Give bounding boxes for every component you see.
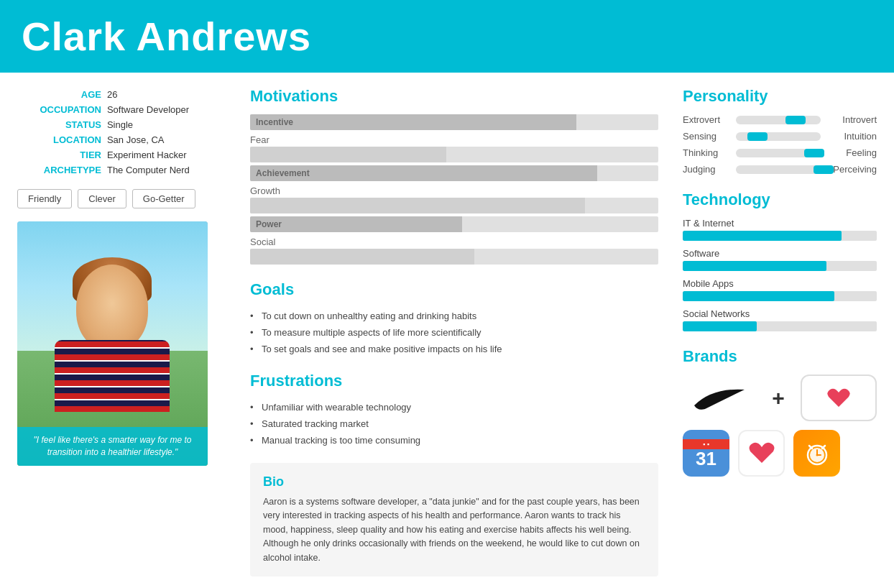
heart-brand-icon [748, 441, 775, 466]
motivations-section: Motivations Incentive Fear Achievement G… [250, 87, 658, 265]
tech-bar-bg [683, 321, 877, 331]
personality-row: Judging Perceiving [683, 164, 877, 175]
motivation-bar-row: Achievement [250, 165, 658, 181]
person-shirt [55, 340, 170, 412]
motivation-bar-label: Incentive [256, 117, 293, 127]
motivation-bar-row: Power [250, 216, 658, 232]
personality-left-label: Judging [683, 164, 732, 175]
tech-label: Software [683, 248, 877, 259]
location-label: LOCATION [17, 132, 104, 147]
brands-top-row: + [683, 375, 877, 421]
personality-title: Personality [683, 87, 877, 106]
tech-label: IT & Internet [683, 218, 877, 229]
brand-calendar-app: ▪ ▪ 31 [683, 430, 729, 477]
brand-health-app [801, 375, 877, 421]
personality-indicator [785, 116, 806, 124]
tech-bar-bg [683, 261, 877, 271]
technology-row: Social Networks [683, 308, 877, 331]
personality-left-label: Thinking [683, 147, 732, 158]
motivation-bar-row: Fear [250, 133, 658, 162]
middle-column: Motivations Incentive Fear Achievement G… [233, 87, 676, 576]
tier-value: Experiment Hacker [104, 147, 218, 162]
tech-bar-fill [683, 321, 757, 331]
personality-track [736, 116, 821, 124]
personality-bars: Extrovert Introvert Sensing Intuition Th… [683, 114, 877, 175]
brands-title: Brands [683, 347, 877, 366]
status-value: Single [104, 117, 218, 132]
tech-bar-fill [683, 261, 826, 271]
goal-item: To cut down on unhealthy eating and drin… [250, 308, 658, 324]
personality-right-label: Intuition [825, 131, 877, 142]
brand-nike [683, 375, 756, 421]
brands-section: Brands + ▪ ▪ [683, 347, 877, 477]
tech-label: Social Networks [683, 308, 877, 319]
motivation-plain-label: Fear [250, 133, 658, 147]
technology-title: Technology [683, 190, 877, 209]
tech-bar-fill [683, 291, 834, 301]
frustrations-section: Frustrations Unfamiliar with wearable te… [250, 372, 658, 449]
status-row: STATUS Single [17, 117, 218, 132]
archetype-label: ARCHETYPE [17, 162, 104, 178]
status-label: STATUS [17, 117, 104, 132]
frustration-item: Unfamiliar with wearable technology [250, 399, 658, 415]
tags-container: Friendly Clever Go-Getter [17, 189, 218, 208]
occupation-value: Software Developer [104, 102, 218, 117]
profile-photo: "I feel like there's a smarter way for m… [17, 221, 208, 466]
profile-quote: "I feel like there's a smarter way for m… [17, 427, 208, 466]
motivation-bar-row: Growth [250, 184, 658, 213]
motivation-bar-label: Achievement [256, 168, 310, 178]
motivation-bar-row: Incentive [250, 114, 658, 130]
personality-section: Personality Extrovert Introvert Sensing … [683, 87, 877, 175]
motivation-bar-row: Social [250, 235, 658, 265]
brand-plus-sign: + [768, 386, 789, 410]
personality-track [736, 149, 821, 157]
tag-go-getter: Go-Getter [132, 189, 195, 208]
technology-bars: IT & Internet Software Mobile Apps Socia… [683, 218, 877, 331]
tier-row: TIER Experiment Hacker [17, 147, 218, 162]
age-value: 26 [104, 87, 218, 102]
personality-left-label: Extrovert [683, 114, 732, 125]
personality-row: Sensing Intuition [683, 131, 877, 142]
personality-track [736, 165, 821, 174]
frustrations-list: Unfamiliar with wearable technologySatur… [250, 399, 658, 449]
archetype-row: ARCHETYPE The Computer Nerd [17, 162, 218, 178]
personality-row: Thinking Feeling [683, 147, 877, 158]
goal-item: To set goals and see and make positive i… [250, 341, 658, 357]
technology-row: Mobile Apps [683, 278, 877, 301]
brand-alarm-app [793, 430, 840, 477]
motivations-title: Motivations [250, 87, 658, 106]
goals-section: Goals To cut down on unhealthy eating an… [250, 280, 658, 357]
personality-right-label: Introvert [825, 114, 877, 125]
personality-indicator [747, 132, 768, 141]
right-column: Personality Extrovert Introvert Sensing … [676, 87, 877, 576]
goal-item: To measure multiple aspects of life more… [250, 324, 658, 341]
personality-row: Extrovert Introvert [683, 114, 877, 125]
motivation-plain-label: Growth [250, 184, 658, 198]
tech-label: Mobile Apps [683, 278, 877, 289]
left-column: AGE 26 OCCUPATION Software Developer STA… [17, 87, 233, 576]
technology-section: Technology IT & Internet Software Mobile… [683, 190, 877, 331]
bio-section: Bio Aaron is a systems software develope… [250, 463, 658, 576]
age-row: AGE 26 [17, 87, 218, 102]
occupation-label: OCCUPATION [17, 102, 104, 117]
calendar-day: 31 [696, 449, 716, 468]
profile-info: AGE 26 OCCUPATION Software Developer STA… [17, 87, 218, 178]
personality-track [736, 132, 821, 141]
location-row: LOCATION San Jose, CA [17, 132, 218, 147]
svg-point-4 [816, 454, 818, 456]
brands-bottom-row: ▪ ▪ 31 [683, 430, 877, 477]
tech-bar-bg [683, 231, 877, 241]
occupation-row: OCCUPATION Software Developer [17, 102, 218, 117]
personality-indicator [814, 165, 834, 174]
personality-right-label: Feeling [825, 147, 877, 158]
header: Clark Andrews [0, 0, 894, 73]
tech-bar-bg [683, 291, 877, 301]
alarm-icon [803, 440, 831, 467]
tag-friendly: Friendly [17, 189, 72, 208]
heart-icon [826, 387, 852, 410]
tag-clever: Clever [78, 189, 126, 208]
nike-icon [691, 384, 748, 413]
frustration-item: Saturated tracking market [250, 415, 658, 432]
tier-label: TIER [17, 147, 104, 162]
motivation-bar-label: Power [256, 219, 282, 229]
